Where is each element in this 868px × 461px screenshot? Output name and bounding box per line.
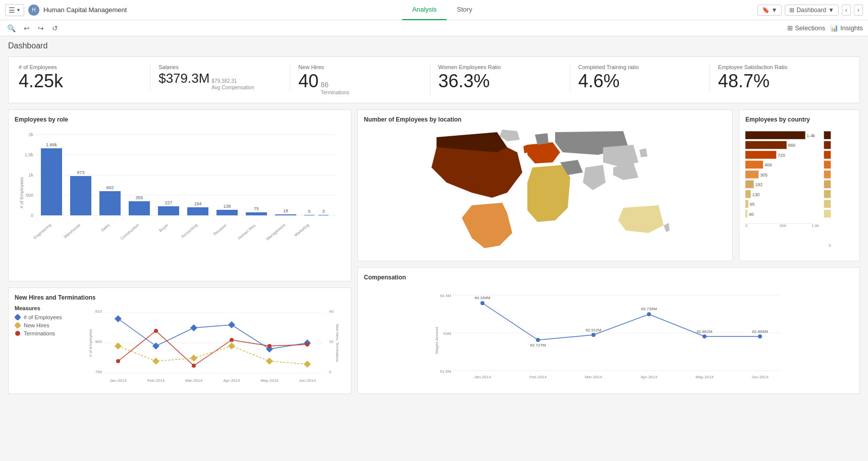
svg-text:Wages Amount: Wages Amount — [435, 326, 439, 354]
tab-analysis[interactable]: Analysis — [402, 0, 447, 20]
svg-text:800: 800 — [780, 223, 787, 228]
back-button[interactable]: ↩ — [22, 23, 32, 33]
selections-button[interactable]: ⊞ Selections — [787, 24, 825, 32]
next-button[interactable]: › — [854, 5, 863, 16]
hamburger-button[interactable]: ☰ ▼ — [5, 4, 24, 16]
svg-text:0: 0 — [329, 370, 332, 374]
new-hires-panel: New Hires and Terminations Measures # of… — [8, 287, 351, 394]
svg-text:40: 40 — [329, 309, 334, 314]
kpi-women-ratio: Women Employees Ratio 36.3% — [430, 64, 570, 91]
toolbar-left: 🔍 ↩ ↪ ↺ — [5, 23, 60, 33]
svg-point-124 — [702, 334, 707, 338]
svg-point-71 — [192, 364, 196, 368]
svg-text:63M: 63M — [443, 331, 451, 336]
top-bar-right: 🔖 ▼ ⊞ Dashboard ▼ ‹ › — [757, 5, 863, 16]
svg-text:810: 810 — [95, 309, 102, 314]
svg-text:Warehouse: Warehouse — [63, 222, 81, 239]
kpi-training-ratio: Completed Training ratio 4.6% — [570, 64, 710, 91]
svg-text:2k: 2k — [28, 132, 33, 137]
kpi-salaries: Salaries $379.3M $79,382.31 Avg Compensa… — [150, 64, 290, 91]
svg-point-70 — [154, 329, 158, 333]
svg-text:40: 40 — [749, 212, 754, 217]
svg-text:1.5k: 1.5k — [25, 152, 34, 157]
svg-text:800: 800 — [95, 339, 102, 344]
svg-rect-82 — [745, 131, 805, 139]
svg-rect-64 — [152, 342, 159, 350]
employees-by-role-chart: # of Employees 2k 1.5k 1k 500 0 — [15, 127, 345, 248]
employees-by-role-title: Employees by role — [15, 116, 345, 123]
svg-text:Feb-2014: Feb-2014 — [147, 378, 165, 383]
left-panel: Employees by role # of Employees 2k 1.5k… — [8, 109, 351, 394]
prev-button[interactable]: ‹ — [842, 5, 851, 16]
dashboard-icon: ⊞ — [789, 7, 794, 14]
svg-rect-103 — [824, 161, 831, 169]
svg-text:New Hires, Terminations: New Hires, Terminations — [336, 324, 339, 362]
svg-text:Apr-2014: Apr-2014 — [641, 375, 658, 379]
svg-rect-92 — [745, 181, 754, 189]
terminations-circle-icon — [15, 330, 21, 336]
toolbar-right: ⊞ Selections 📊 Insights — [787, 24, 863, 32]
svg-point-122 — [591, 333, 595, 337]
svg-text:500: 500 — [26, 193, 33, 198]
employees-by-role-panel: Employees by role # of Employees 2k 1.5k… — [8, 109, 351, 281]
forward-button[interactable]: ↪ — [36, 23, 46, 33]
svg-rect-17 — [129, 201, 150, 215]
kpi-satisfaction-ratio: Employee Satisfaction Ratio 48.7% — [710, 64, 849, 91]
svg-text:1.6k: 1.6k — [811, 223, 819, 228]
svg-text:Marketing: Marketing — [294, 223, 310, 238]
svg-text:Mar-2014: Mar-2014 — [585, 375, 603, 379]
map-panel: Number of Employees by location — [357, 109, 733, 261]
svg-rect-104 — [824, 170, 831, 179]
svg-text:64.184M: 64.184M — [474, 296, 490, 300]
svg-text:Buyer: Buyer — [158, 223, 169, 234]
svg-rect-25 — [246, 212, 267, 215]
svg-rect-13 — [70, 176, 91, 215]
svg-text:0: 0 — [745, 223, 748, 228]
tab-story[interactable]: Story — [447, 0, 482, 20]
dashboard-view-button[interactable]: ⊞ Dashboard ▼ — [785, 5, 839, 16]
svg-rect-11 — [41, 148, 62, 215]
dashboard: # of Employees 4.25k Salaries $379.3M $7… — [0, 52, 868, 398]
svg-rect-65 — [190, 324, 197, 331]
kpi-row: # of Employees 4.25k Salaries $379.3M $7… — [8, 56, 860, 103]
svg-rect-98 — [745, 210, 747, 218]
svg-text:192: 192 — [755, 182, 763, 187]
insights-button[interactable]: 📊 Insights — [830, 24, 863, 32]
svg-text:Human Res.: Human Res. — [237, 223, 257, 241]
smart-search-button[interactable]: 🔍 — [5, 23, 18, 33]
svg-rect-27 — [275, 214, 296, 215]
svg-rect-31 — [318, 215, 329, 215]
refresh-button[interactable]: ↺ — [50, 23, 60, 33]
selections-icon: ⊞ — [787, 24, 793, 32]
svg-text:1.66k: 1.66k — [46, 142, 58, 147]
toolbar: 🔍 ↩ ↪ ↺ ⊞ Selections 📊 Insights — [0, 20, 868, 36]
svg-point-121 — [536, 338, 540, 342]
right-panel: Number of Employees by location — [357, 109, 860, 394]
svg-text:20: 20 — [329, 339, 334, 344]
legend-new-hires: New Hires — [15, 322, 75, 328]
svg-rect-79 — [266, 358, 273, 365]
hires-top: Measures # of Employees New Hires — [15, 305, 345, 387]
bookmark-button[interactable]: 🔖 ▼ — [757, 5, 782, 16]
svg-point-120 — [480, 301, 484, 305]
svg-text:62.912M: 62.912M — [585, 328, 601, 332]
svg-rect-29 — [304, 215, 314, 215]
svg-text:130: 130 — [752, 192, 760, 197]
svg-rect-105 — [824, 181, 831, 189]
svg-text:18: 18 — [283, 208, 288, 213]
svg-text:65: 65 — [750, 202, 755, 207]
page-title: Dashboard — [8, 41, 860, 50]
compensation-svg: Wages Amount 64.5M 63M 61.5M — [364, 285, 853, 386]
kpi-new-hires: New Hires 40 86 Terminations — [290, 64, 430, 96]
svg-text:Apr-2014: Apr-2014 — [224, 378, 240, 383]
svg-rect-88 — [745, 161, 763, 169]
compensation-title: Compensation — [364, 274, 853, 281]
country-chart-panel: Employees by country 0 1.4k 960 720 — [739, 109, 860, 261]
svg-text:355: 355 — [135, 195, 143, 200]
svg-text:973: 973 — [77, 170, 84, 175]
svg-point-72 — [230, 338, 234, 342]
svg-text:64.5M: 64.5M — [440, 294, 452, 298]
svg-rect-96 — [745, 200, 748, 208]
country-chart-title: Employees by country — [745, 116, 853, 123]
svg-point-74 — [305, 342, 309, 347]
